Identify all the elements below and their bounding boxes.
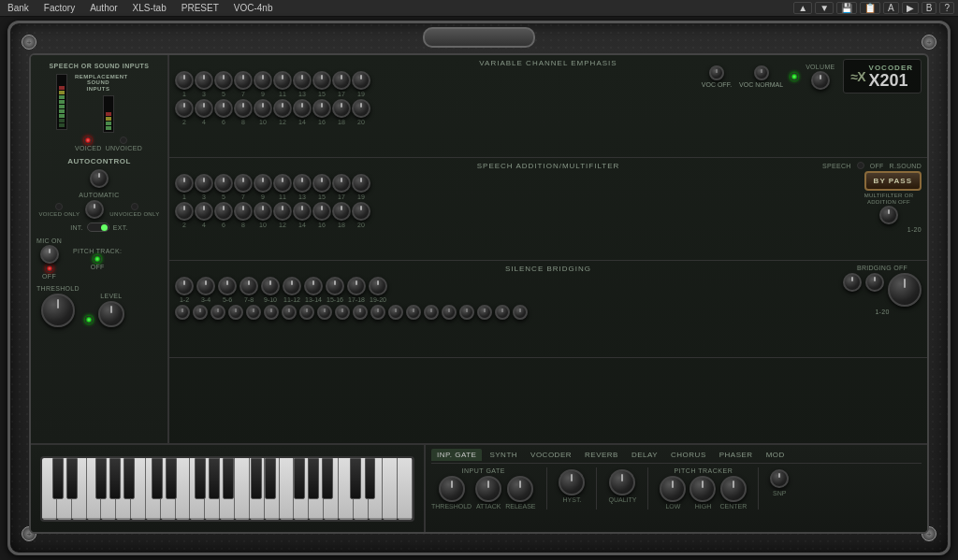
ch12-bot-knob[interactable] bbox=[273, 99, 292, 118]
ch4-bot-knob[interactable] bbox=[195, 99, 213, 118]
white-key-13[interactable] bbox=[220, 458, 235, 520]
sa15-knob[interactable] bbox=[312, 174, 331, 193]
hyst-knob[interactable] bbox=[559, 469, 585, 495]
ch7-top-knob[interactable] bbox=[234, 71, 253, 90]
br-xs13[interactable] bbox=[388, 305, 403, 320]
menu-preset[interactable]: PRESET bbox=[178, 3, 223, 13]
multifilter-knob[interactable] bbox=[879, 206, 898, 224]
low-knob[interactable] bbox=[660, 476, 686, 502]
br-1920-knob[interactable] bbox=[369, 277, 387, 295]
ch16-bot-knob[interactable] bbox=[312, 99, 331, 118]
ch18-bot-knob[interactable] bbox=[332, 99, 351, 118]
sa5-knob[interactable] bbox=[214, 174, 233, 193]
br-xs11[interactable] bbox=[353, 305, 368, 320]
sa3-knob[interactable] bbox=[195, 174, 213, 193]
white-key-15[interactable] bbox=[250, 458, 265, 520]
br-xs5[interactable] bbox=[246, 305, 261, 320]
white-key-24[interactable] bbox=[383, 458, 398, 520]
white-key-8[interactable] bbox=[146, 458, 161, 520]
br-xs3[interactable] bbox=[210, 305, 225, 320]
br-56-knob[interactable] bbox=[218, 277, 237, 295]
sa14-knob[interactable] bbox=[293, 202, 312, 221]
center-knob[interactable] bbox=[720, 476, 747, 502]
keyboard[interactable] bbox=[40, 456, 414, 522]
br-xs16[interactable] bbox=[442, 305, 457, 320]
mic-on-knob[interactable] bbox=[40, 245, 59, 264]
white-key-5[interactable] bbox=[101, 458, 116, 520]
white-key-10[interactable] bbox=[176, 458, 191, 520]
sa12-knob[interactable] bbox=[273, 202, 292, 221]
sa20-knob[interactable] bbox=[352, 202, 370, 221]
br-xs15[interactable] bbox=[424, 305, 439, 320]
br-xs8[interactable] bbox=[299, 305, 314, 320]
br-34-knob[interactable] bbox=[196, 277, 215, 295]
br-1516-knob[interactable] bbox=[326, 277, 344, 295]
sa7-knob[interactable] bbox=[234, 174, 253, 193]
snp-knob[interactable] bbox=[770, 469, 789, 488]
copy-icon[interactable]: 📋 bbox=[860, 2, 880, 14]
br-1112-knob[interactable] bbox=[283, 277, 301, 295]
white-key-16[interactable] bbox=[265, 458, 280, 520]
tab-chorus[interactable]: CHORUS bbox=[665, 449, 712, 461]
help-icon[interactable]: ? bbox=[939, 2, 954, 14]
ch8-bot-knob[interactable] bbox=[234, 99, 253, 118]
white-key-3[interactable] bbox=[72, 458, 87, 520]
br-xs2[interactable] bbox=[193, 305, 208, 320]
sa4-knob[interactable] bbox=[195, 202, 213, 221]
ch3-top-knob[interactable] bbox=[195, 71, 213, 90]
br-12-knob[interactable] bbox=[175, 277, 194, 295]
white-key-20[interactable] bbox=[324, 458, 339, 520]
ch6-bot-knob[interactable] bbox=[214, 99, 233, 118]
br-xs10[interactable] bbox=[335, 305, 350, 320]
bypass-button[interactable]: BY PASS bbox=[864, 171, 922, 191]
sa9-knob[interactable] bbox=[254, 174, 272, 193]
tab-mod[interactable]: MOD bbox=[761, 449, 791, 461]
sa11-knob[interactable] bbox=[273, 174, 292, 193]
br-xs12[interactable] bbox=[370, 305, 385, 320]
white-key-18[interactable] bbox=[294, 458, 309, 520]
ch1-top-knob[interactable] bbox=[175, 71, 194, 90]
white-key-21[interactable] bbox=[339, 458, 354, 520]
sa17-knob[interactable] bbox=[332, 174, 351, 193]
ch9-top-knob[interactable] bbox=[254, 71, 272, 90]
play-icon[interactable]: ▶ bbox=[902, 2, 919, 14]
ch20-bot-knob[interactable] bbox=[352, 99, 370, 118]
white-key-9[interactable] bbox=[161, 458, 176, 520]
menu-xlstab[interactable]: XLS-tab bbox=[129, 3, 170, 13]
br-xs1[interactable] bbox=[175, 305, 190, 320]
ch19-top-knob[interactable] bbox=[352, 71, 370, 90]
white-key-7[interactable] bbox=[131, 458, 146, 520]
volume-knob[interactable] bbox=[811, 71, 830, 90]
release-knob[interactable] bbox=[507, 476, 533, 502]
white-key-11[interactable] bbox=[190, 458, 205, 520]
white-key-12[interactable] bbox=[205, 458, 220, 520]
sa16-knob[interactable] bbox=[312, 202, 331, 221]
attack-knob[interactable] bbox=[475, 476, 501, 502]
white-key-22[interactable] bbox=[354, 458, 369, 520]
br-xs20[interactable] bbox=[513, 305, 528, 320]
sa10-knob[interactable] bbox=[254, 202, 272, 221]
ch17-top-knob[interactable] bbox=[332, 71, 351, 90]
quality-knob[interactable] bbox=[609, 469, 635, 495]
threshold-effect-knob[interactable] bbox=[439, 476, 465, 502]
br-1718-knob[interactable] bbox=[347, 277, 366, 295]
threshold-knob[interactable] bbox=[41, 294, 75, 327]
int-ext-toggle[interactable] bbox=[87, 223, 109, 232]
br-1314-knob[interactable] bbox=[304, 277, 323, 295]
sa6-knob[interactable] bbox=[214, 202, 233, 221]
b-button[interactable]: B bbox=[922, 2, 937, 14]
tab-vocoder[interactable]: VOCODER bbox=[525, 449, 577, 461]
level-knob[interactable] bbox=[98, 301, 124, 327]
nav-next-icon[interactable]: ▼ bbox=[815, 2, 834, 14]
br-78-knob[interactable] bbox=[240, 277, 258, 295]
menu-voc4nb[interactable]: VOC-4nb bbox=[230, 3, 277, 13]
white-key-23[interactable] bbox=[369, 458, 384, 520]
menu-factory[interactable]: Factory bbox=[40, 3, 79, 13]
tab-reverb[interactable]: REVERB bbox=[579, 449, 624, 461]
ch14-bot-knob[interactable] bbox=[293, 99, 312, 118]
br-xs19[interactable] bbox=[495, 305, 510, 320]
ch13-top-knob[interactable] bbox=[293, 71, 312, 90]
ch11-top-knob[interactable] bbox=[273, 71, 292, 90]
white-key-4[interactable] bbox=[87, 458, 102, 520]
bridging-knob2[interactable] bbox=[865, 273, 884, 292]
